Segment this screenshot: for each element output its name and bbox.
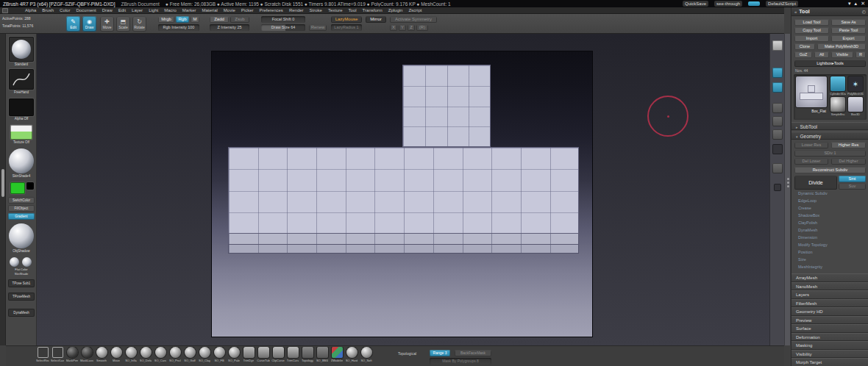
lower-res-button[interactable]: Lower Res <box>794 142 828 148</box>
mrgb-button[interactable]: Mrgb <box>158 16 174 23</box>
menu-item[interactable]: Macro <box>164 8 177 12</box>
geometry-subsection[interactable]: ShadowBox <box>791 212 868 219</box>
brush-tile[interactable]: SO_Golf <box>182 347 197 362</box>
rotate-button[interactable]: ↻ Rotate <box>132 16 146 32</box>
save-as-button[interactable]: Save As <box>831 19 866 26</box>
geometry-subsection[interactable]: MeshIntegrity <box>791 263 868 270</box>
brush-tile[interactable]: Select/Las <box>50 347 65 362</box>
geometry-subsection[interactable]: Dynamic Subdiv <box>791 190 868 197</box>
renew-button[interactable]: Renew <box>309 24 327 31</box>
close-icon[interactable]: ✕ <box>861 1 865 7</box>
palette-section-header[interactable]: Preview <box>791 316 868 325</box>
model-flat-box-front-face[interactable] <box>228 234 579 245</box>
backfacemask-button[interactable]: BackFaceMask <box>455 350 491 356</box>
left-tray-scroll-thumb[interactable] <box>1 169 4 197</box>
symmetry-y-button[interactable]: Y <box>399 24 406 31</box>
menu-item[interactable]: Color <box>60 8 70 12</box>
menu-item[interactable]: Draw <box>102 8 113 12</box>
divide-button[interactable]: Divide <box>794 176 837 190</box>
brush-tile[interactable]: SO_Infla <box>124 347 138 362</box>
rgb-intensity-slider[interactable]: Rgb Intensity 100 <box>158 24 199 31</box>
brush-tile[interactable]: TrimCurv <box>285 347 300 362</box>
menu-item[interactable]: Tool <box>349 8 357 12</box>
rgb-button[interactable]: Rgb <box>176 16 189 23</box>
local-symmetry-icon[interactable] <box>772 144 783 154</box>
menu-item[interactable]: Document <box>76 8 96 12</box>
zadd-button[interactable]: Zadd <box>210 16 229 23</box>
goz-r-button[interactable]: R <box>855 51 866 58</box>
palette-section-header[interactable]: NanoMesh <box>791 282 868 291</box>
dynamesh-button[interactable]: DynaMesh <box>8 309 35 317</box>
flat-material-thumbnail[interactable] <box>10 257 19 267</box>
menu-item[interactable]: Alpha <box>25 8 36 12</box>
simplebrush-tool-icon[interactable] <box>830 97 845 112</box>
box3d-tool-icon[interactable] <box>848 97 863 112</box>
quicksave-button[interactable]: QuickSave <box>683 1 708 7</box>
brush-tile[interactable]: MaskPen <box>65 347 79 362</box>
palette-section-header[interactable]: Visibility <box>791 350 868 359</box>
current-tool-thumbnail[interactable] <box>796 76 827 107</box>
current-stroke-thumbnail[interactable] <box>9 69 34 90</box>
current-brush-thumbnail[interactable] <box>9 37 34 62</box>
import-button[interactable]: Import <box>794 35 829 42</box>
shade-material-thumbnail[interactable] <box>22 257 32 267</box>
geometry-subsection[interactable]: EdgeLoop <box>791 197 868 204</box>
higher-res-button[interactable]: Higher Res <box>831 142 866 148</box>
load-tool-button[interactable]: Load Tool <box>794 19 829 26</box>
symmetry-x-button[interactable]: X <box>390 24 397 31</box>
brush-tile[interactable]: SelectRec <box>35 347 50 362</box>
polymesh3d-tool-icon[interactable]: ✶ <box>848 76 863 91</box>
brush-tile[interactable]: SO_FB <box>212 347 227 362</box>
see-through-slider[interactable]: see-through <box>714 1 742 7</box>
transparency-icon[interactable] <box>772 163 783 173</box>
palette-section-header[interactable]: Layers <box>791 290 868 299</box>
brush-tile[interactable]: SO_Pale <box>227 347 241 362</box>
z-intensity-slider[interactable]: Z Intensity 25 <box>210 24 249 31</box>
collapse-panel-icon[interactable]: « <box>794 10 797 14</box>
geometry-section-header[interactable]: ▾Geometry <box>791 132 868 140</box>
panel-menu-icon[interactable]: ◴ <box>862 9 866 14</box>
brush-tile[interactable]: SO_Pncl <box>168 347 182 362</box>
mask-by-polygroups-slider[interactable]: Mask By Polygroups 8 <box>430 358 491 365</box>
right-tray-divider[interactable] <box>784 34 791 345</box>
menu-item[interactable]: Edit <box>118 8 126 12</box>
scale-button[interactable]: ⬒ Scale <box>116 16 130 32</box>
geometry-subsection[interactable]: Modify Topology <box>791 241 868 248</box>
draw-size-slider[interactable]: Draw Size 64 <box>261 24 305 31</box>
switch-color-button[interactable]: SwitchColor <box>8 197 35 204</box>
scroll-document-icon[interactable] <box>772 40 783 51</box>
menu-item[interactable]: Zplugin <box>388 8 403 12</box>
make-polymesh3d-button[interactable]: Make PolyMesh3D <box>817 43 866 50</box>
brush-tile[interactable]: ClipCurve <box>271 347 285 362</box>
menu-item[interactable]: Movie <box>224 8 235 12</box>
menu-item[interactable]: Material <box>202 8 217 12</box>
perspective-icon[interactable] <box>772 116 783 126</box>
maximize-icon[interactable]: ▴ <box>855 1 858 7</box>
smt-toggle[interactable]: Smt <box>839 176 866 182</box>
brush-tile[interactable]: SO_Soft <box>359 347 374 362</box>
goz-visible-button[interactable]: Visible <box>831 51 853 58</box>
secondary-material-thumbnail[interactable] <box>9 223 34 248</box>
symmetry-r-button[interactable]: (R) <box>416 24 428 31</box>
menu-item[interactable]: Light <box>149 8 158 12</box>
subtool-section-header[interactable]: ▸SubTool <box>791 122 868 130</box>
palette-section-header[interactable]: Masking <box>791 341 868 350</box>
current-material-thumbnail[interactable] <box>9 148 34 173</box>
viewport[interactable] <box>37 34 769 345</box>
palette-section-header[interactable]: Morph Target <box>791 358 868 366</box>
current-alpha-thumbnail[interactable] <box>9 98 34 116</box>
m-button[interactable]: M <box>191 16 199 23</box>
aa-half-icon[interactable] <box>772 103 783 113</box>
brush-tile[interactable]: CurveTub <box>256 347 271 362</box>
goz-button[interactable]: GoZ <box>794 51 812 58</box>
brush-tile[interactable]: SO_Clay <box>197 347 212 362</box>
palette-section-header[interactable]: Surface <box>791 324 868 333</box>
geometry-subsection[interactable]: Size <box>791 256 868 263</box>
actual-size-icon[interactable] <box>772 82 783 93</box>
tpose-mesh-button[interactable]: TPoseMesh <box>8 293 35 301</box>
menu-item[interactable]: Transform <box>363 8 383 12</box>
lazymouse-button[interactable]: LazyMouse <box>331 16 362 23</box>
main-color-swatch[interactable] <box>10 182 25 194</box>
gradient-button[interactable]: Gradient <box>8 213 35 220</box>
geometry-subsection[interactable]: Dimension <box>791 234 868 241</box>
